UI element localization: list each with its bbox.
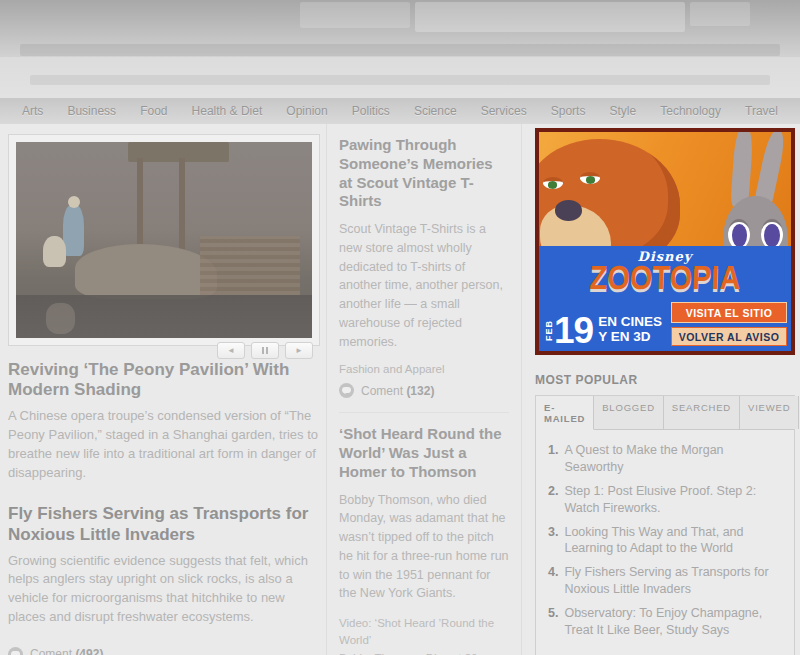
nav-item-opinion[interactable]: Opinion <box>286 104 327 118</box>
photo-performer-blue <box>63 205 84 256</box>
subheader-area <box>0 57 800 98</box>
tab-searched[interactable]: SEARCHED <box>664 396 740 429</box>
fox-eye <box>543 177 563 188</box>
photo-performer-white <box>43 236 67 267</box>
carousel-next-button[interactable]: ► <box>285 342 313 359</box>
nav-item-politics[interactable]: Politics <box>352 104 390 118</box>
lead-column: ◄ ► Reviving ‘The Peony Pavilion’ With M… <box>8 124 322 655</box>
list-item[interactable]: 4. Fly Fishers Serving as Transports for… <box>548 564 784 598</box>
secondary-column: Pawing Through Someone’s Memories at Sco… <box>326 124 522 655</box>
visit-site-button[interactable]: VISITA EL SITIO <box>671 302 787 323</box>
masthead-ghost-block <box>300 2 410 28</box>
article-kicker: Fashion and Apparel <box>339 363 509 375</box>
nav-item-style[interactable]: Style <box>609 104 636 118</box>
tab-emailed[interactable]: E-MAILED <box>536 396 594 430</box>
article-headline-fly-fishers[interactable]: Fly Fishers Serving as Transports for No… <box>8 504 322 544</box>
column-divider <box>339 412 509 413</box>
nav-item-food[interactable]: Food <box>140 104 167 118</box>
comment-link[interactable]: Coment (492) <box>30 647 103 655</box>
masthead-logo-ghost <box>415 2 685 32</box>
masthead-area <box>0 0 800 57</box>
photo-pavilion-post <box>179 158 185 252</box>
list-item[interactable]: 2. Step 1: Post Elusive Proof. Step 2: W… <box>548 483 784 517</box>
nav-item-travel[interactable]: Travel <box>745 104 778 118</box>
photo-carousel-controls: ◄ ► <box>217 342 313 359</box>
list-item[interactable]: 5. Observatory: To Enjoy Champagne, Trea… <box>548 605 784 639</box>
release-month: FEB <box>545 320 554 341</box>
article-summary: Growing scientific evidence suggests tha… <box>8 552 322 627</box>
masthead-ghost-block <box>690 2 750 26</box>
tab-viewed[interactable]: VIEWED <box>740 396 799 429</box>
list-item-text: Fly Fishers Serving as Transports for No… <box>564 564 784 598</box>
subheader-ghost-row <box>30 75 770 85</box>
back-to-ad-button[interactable]: VOLVER AL AVISO <box>671 327 787 346</box>
list-item-text: A Quest to Make the Morgan Seaworthy <box>564 442 784 476</box>
list-item[interactable]: 1. A Quest to Make the Morgan Seaworthy <box>548 442 784 476</box>
list-item-text: Observatory: To Enjoy Champagne, Treat I… <box>564 605 784 639</box>
content-area: ◄ ► Reviving ‘The Peony Pavilion’ With M… <box>0 124 800 655</box>
release-format: EN CINESY EN 3D <box>598 315 662 345</box>
photo-reflection <box>46 303 76 334</box>
article-summary: A Chinese opera troupe’s condensed versi… <box>8 407 322 482</box>
nav-item-sports[interactable]: Sports <box>551 104 586 118</box>
article-summary: Bobby Thomson, who died Monday, was adam… <box>339 491 509 604</box>
tab-blogged[interactable]: BLOGGED <box>594 396 664 429</box>
zootopia-ad-panel: Disney ZOOTOPIA FEB 19 EN CINESY EN 3D V… <box>539 246 791 351</box>
news-page: Arts Business Food Health & Diet Opinion… <box>0 0 800 655</box>
nav-item-science[interactable]: Science <box>414 104 457 118</box>
article-headline-scout-vintage[interactable]: Pawing Through Someone’s Memories at Sco… <box>339 136 509 211</box>
carousel-pause-icon <box>262 347 268 354</box>
article-headline-shot-heard[interactable]: ‘Shot Heard Round the World’ Was Just a … <box>339 425 509 481</box>
list-item-number: 2. <box>548 483 558 517</box>
ad-cta-group: VISITA EL SITIO VOLVER AL AVISO <box>671 302 787 346</box>
most-popular-box: E-MAILED BLOGGED SEARCHED VIEWED 1. A Qu… <box>535 395 795 655</box>
ad-bottom-row: FEB 19 EN CINESY EN 3D VISITA EL SITIO V… <box>545 302 787 346</box>
masthead-ghost-row <box>20 44 780 56</box>
most-popular-tabs: E-MAILED BLOGGED SEARCHED VIEWED <box>536 396 794 430</box>
list-item-number: 1. <box>548 442 558 476</box>
rabbit-eye <box>728 219 750 246</box>
list-item-number: 3. <box>548 524 558 558</box>
comment-bubble-icon <box>8 647 23 655</box>
list-item-text: Looking This Way and That, and Learning … <box>564 524 784 558</box>
release-day: 19 <box>554 315 593 346</box>
list-item-number: 4. <box>548 564 558 598</box>
fox-nose <box>555 200 582 220</box>
article-summary: Scout Vintage T-Shirts is a new store al… <box>339 220 509 351</box>
nav-item-business[interactable]: Business <box>67 104 116 118</box>
comment-link[interactable]: Coment (132) <box>361 384 434 398</box>
fox-eye <box>580 172 600 183</box>
fox-illustration <box>539 139 680 246</box>
list-item-number: 5. <box>548 605 558 639</box>
carousel-next-icon: ► <box>295 346 303 355</box>
right-rail: Disney ZOOTOPIA FEB 19 EN CINESY EN 3D V… <box>535 124 795 655</box>
nav-item-arts[interactable]: Arts <box>22 104 43 118</box>
nav-item-services[interactable]: Services <box>481 104 527 118</box>
comment-row: Coment (492) <box>8 647 322 655</box>
complete-list-link[interactable]: Go to Complete List » <box>536 646 794 655</box>
rabbit-eye <box>761 219 783 246</box>
lead-photo-peony-pavilion[interactable] <box>16 142 312 338</box>
most-popular-list: 1. A Quest to Make the Morgan Seaworthy … <box>536 430 794 639</box>
nav-item-health-diet[interactable]: Health & Diet <box>192 104 263 118</box>
section-nav: Arts Business Food Health & Diet Opinion… <box>0 98 800 124</box>
zootopia-logo: ZOOTOPIA <box>538 260 791 298</box>
list-item[interactable]: 3. Looking This Way and That, and Learni… <box>548 524 784 558</box>
video-link[interactable]: Video: ‘Shot Heard ’Round the World’ Bob… <box>339 615 509 655</box>
comment-bubble-icon <box>339 383 354 398</box>
zootopia-ad-image <box>539 132 791 246</box>
photo-wooden-deck <box>200 236 301 295</box>
lead-photo-frame: ◄ ► <box>8 134 320 346</box>
article-headline-peony-pavilion[interactable]: Reviving ‘The Peony Pavilion’ With Moder… <box>8 360 322 400</box>
nav-item-technology[interactable]: Technology <box>660 104 721 118</box>
list-item-text: Step 1: Post Elusive Proof. Step 2: Watc… <box>564 483 784 517</box>
photo-pavilion-post <box>137 158 143 252</box>
carousel-prev-button[interactable]: ◄ <box>217 342 245 359</box>
comment-row: Coment (132) <box>339 383 509 398</box>
most-popular-title: MOST POPULAR <box>535 373 795 387</box>
release-date: FEB 19 EN CINESY EN 3D <box>545 315 662 346</box>
zootopia-ad[interactable]: Disney ZOOTOPIA FEB 19 EN CINESY EN 3D V… <box>535 128 795 355</box>
carousel-prev-icon: ◄ <box>227 346 235 355</box>
photo-rocks <box>75 244 217 299</box>
carousel-pause-button[interactable] <box>251 342 279 359</box>
